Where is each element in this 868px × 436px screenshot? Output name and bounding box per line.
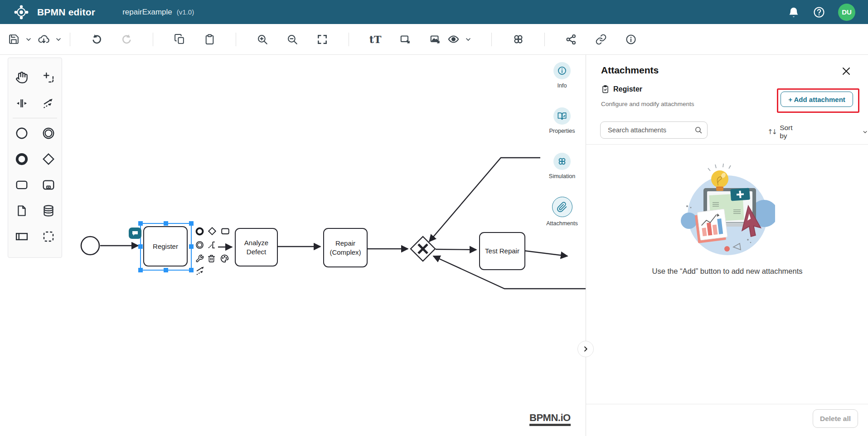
contextpad-text-annotation-icon[interactable] [206, 239, 218, 251]
space-tool-icon[interactable] [12, 94, 31, 113]
empty-state-illustration [680, 163, 775, 262]
exclusive-gateway-node[interactable] [411, 237, 435, 261]
selection-handle[interactable] [138, 268, 143, 272]
attachments-paperclip-icon [552, 197, 572, 217]
info-icon[interactable] [622, 30, 640, 48]
contextpad-wrench-icon[interactable] [194, 252, 205, 264]
bpmn-io-watermark: BPMN.iO [529, 412, 571, 424]
chevron-down-icon [862, 129, 868, 136]
panel-title: Attachments [601, 65, 659, 76]
text-size-icon[interactable]: tT [366, 30, 384, 48]
shape-tool-icon[interactable] [396, 30, 414, 48]
zoom-in-icon[interactable] [253, 30, 272, 48]
global-connect-tool-icon[interactable] [39, 94, 58, 113]
user-avatar[interactable]: DU [838, 4, 855, 21]
app-title: BPMN editor [37, 7, 95, 18]
properties-book-icon [553, 107, 571, 125]
visibility-dropdown-chevron-icon[interactable] [462, 30, 474, 48]
task-analyze-defect[interactable]: Analyze Defect [235, 228, 278, 266]
start-event-node[interactable] [81, 237, 99, 255]
contextpad-task-icon[interactable] [219, 225, 231, 237]
contextpad-delete-icon[interactable] [205, 252, 217, 264]
rail-item-simulation[interactable]: Simulation [542, 153, 582, 179]
start-event-icon[interactable] [12, 124, 31, 143]
participant-icon[interactable] [12, 227, 31, 246]
selection-handle[interactable] [164, 221, 168, 226]
share-icon[interactable] [562, 30, 580, 48]
visibility-eye-icon[interactable] [444, 30, 462, 48]
export-dropdown-chevron-icon[interactable] [53, 30, 64, 48]
selection-handle[interactable] [164, 268, 168, 272]
contextpad-intermediate-event-icon[interactable] [194, 239, 205, 251]
task-icon[interactable] [12, 175, 31, 194]
info-icon [553, 62, 571, 79]
file-name: repairExample [122, 8, 172, 17]
sort-arrows-icon: ↑↓ [767, 128, 776, 136]
hand-tool-icon[interactable] [12, 68, 31, 87]
file-version: (v1.0) [177, 8, 194, 16]
flow-incoming-top[interactable] [429, 158, 540, 242]
sort-by-label: Sort by [780, 124, 800, 140]
sort-by-dropdown[interactable]: ↑↓ Sort by [767, 124, 868, 140]
panel-collapse-chevron-icon[interactable] [577, 341, 594, 357]
subprocess-icon[interactable] [39, 175, 58, 194]
paste-icon[interactable] [200, 30, 218, 48]
fit-viewport-icon[interactable] [313, 30, 331, 48]
gateway-icon[interactable] [39, 150, 58, 169]
save-dropdown-chevron-icon[interactable] [23, 30, 34, 48]
panel-subtitle: Configure and modify attachments [601, 101, 694, 107]
redo-icon[interactable] [117, 30, 136, 48]
bpmn-editor-app: BPMN editor repairExample (v1.0) DU [0, 0, 868, 436]
data-object-icon[interactable] [12, 201, 31, 220]
search-icon [694, 126, 703, 134]
zoom-out-icon[interactable] [283, 30, 301, 48]
selection-handle[interactable] [138, 244, 143, 249]
intermediate-event-icon[interactable] [39, 124, 58, 143]
contextpad-connect-icon[interactable] [195, 265, 207, 277]
lasso-tool-icon[interactable] [39, 68, 58, 87]
app-logo-icon [14, 5, 29, 20]
rail-item-properties[interactable]: Properties [542, 107, 582, 134]
diagram-canvas[interactable]: Register [0, 55, 586, 436]
rail-item-attachments[interactable]: Attachments [542, 197, 582, 227]
group-icon[interactable] [39, 227, 58, 246]
contextpad-gateway-icon[interactable] [206, 225, 218, 237]
selection-handle[interactable] [189, 221, 194, 226]
image-tool-icon[interactable] [426, 30, 444, 48]
empty-state-message: Use the “Add” button to add new attachme… [586, 267, 868, 276]
clipboard-check-icon [601, 85, 610, 93]
export-cloud-icon[interactable] [34, 30, 53, 48]
contextpad-end-event-icon[interactable] [194, 225, 205, 237]
flow-test-outgoing[interactable] [524, 251, 567, 256]
main-toolbar: tT [0, 24, 868, 55]
tool-palette [8, 58, 62, 258]
selection-handle[interactable] [189, 244, 194, 249]
save-icon[interactable] [5, 30, 23, 48]
simulation-icon [553, 153, 571, 170]
copy-icon[interactable] [170, 30, 189, 48]
attachments-panel: Attachments Register Configure and modif… [586, 55, 868, 436]
task-repair-complex[interactable]: Repair (Complex) [323, 228, 368, 267]
bpmn-logo-icon[interactable] [509, 30, 527, 48]
task-test-repair[interactable]: Test Repair [479, 232, 525, 270]
contextpad-color-palette-icon[interactable] [218, 252, 230, 264]
delete-all-button[interactable]: Delete all [813, 409, 858, 428]
rail-item-info[interactable]: Info [542, 62, 582, 89]
task-register[interactable]: Register [143, 226, 188, 266]
end-event-icon[interactable] [12, 150, 31, 169]
selection-handle[interactable] [138, 221, 143, 226]
data-store-icon[interactable] [39, 201, 58, 220]
flow-gateway-to-test[interactable] [436, 249, 476, 250]
selected-element-name: Register [613, 85, 642, 93]
app-header: BPMN editor repairExample (v1.0) DU [0, 0, 868, 24]
link-icon[interactable] [592, 30, 610, 48]
search-attachments-box [600, 121, 708, 139]
comment-badge-icon[interactable] [129, 228, 141, 239]
help-icon[interactable] [813, 6, 825, 19]
search-attachments-input[interactable] [607, 126, 694, 134]
undo-icon[interactable] [87, 30, 106, 48]
add-attachment-button[interactable]: + Add attachment [781, 92, 853, 107]
close-icon[interactable] [841, 66, 853, 78]
selection-handle[interactable] [189, 268, 194, 272]
notifications-bell-icon[interactable] [787, 6, 800, 19]
